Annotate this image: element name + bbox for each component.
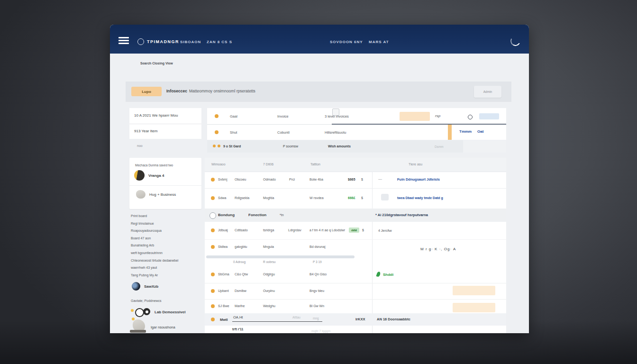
sidebar-link[interactable]: Chleoneoeost tirtude dedaewbei: [131, 258, 202, 263]
table-row[interactable]: Jdbuaj Cdtlsado tsridrga Ldrgrdav a f tm…: [205, 222, 506, 240]
loading-spinner-icon: [510, 35, 522, 47]
sidebar-quick-item-1[interactable]: 10 A 2021 We hpserr Mou: [129, 108, 201, 124]
cell: Gaal: [230, 114, 237, 118]
cell: Odmado: [263, 178, 276, 181]
profile-primary-label[interactable]: Vranga 4: [148, 173, 164, 178]
band-cell: P soomsw: [283, 145, 298, 148]
profile-secondary-label[interactable]: Hug + Business: [149, 192, 176, 197]
form-link[interactable]: OA.Ht: [233, 315, 243, 319]
footer-item-label: Igar nsoushona: [151, 325, 175, 329]
ghost-icon: [381, 194, 389, 200]
cell: SbGma: [218, 273, 229, 276]
row-action-link[interactable]: twea Dbad wady tmde Datd g: [397, 196, 443, 200]
gear-icon[interactable]: [468, 115, 473, 119]
column-header[interactable]: Wimoaoo: [211, 163, 226, 166]
band-cell: 9 o St Gard: [223, 145, 241, 148]
nav-item-2[interactable]: ZAN 8 CS S: [207, 40, 232, 44]
column-header[interactable]: Tattton: [310, 163, 320, 166]
orange-dot-icon: [213, 145, 216, 147]
dash-cell: —: [378, 177, 382, 181]
cell: Upbant: [218, 289, 229, 292]
table-row[interactable]: Svbmj Obcoeu Odmado Prci Bolw 4ba $665 $…: [205, 172, 506, 189]
sidebar-link-list: Print board Regi trinolainue Roapouyadou…: [131, 214, 202, 280]
sidebar-note: noo: [137, 144, 143, 147]
quick-band-row[interactable]: 9 o St Gard P soomsw Wish amounts Dsmm: [207, 140, 506, 153]
column-header[interactable]: Tlere asu: [409, 163, 422, 166]
table-row[interactable]: Sdwa Rdlgselda Mogfda W rsvdea 666£ $ tw…: [205, 188, 506, 209]
cell: Shut: [230, 130, 237, 135]
nav-item-right-2[interactable]: MARS AT: [369, 40, 389, 44]
cell: Marlhe: [235, 304, 245, 308]
cell: Sdwa: [218, 196, 227, 200]
nav-item-1[interactable]: SIBOAON: [180, 40, 201, 44]
orange-dot-icon: [211, 228, 215, 232]
mini-panel-button[interactable]: [479, 113, 499, 119]
cell: Odglrgu: [263, 273, 275, 276]
section-header-row[interactable]: Bondung Fonection *tn * Ai 210dgrstavouf…: [205, 209, 506, 222]
cell: SJ Bwe: [218, 304, 229, 308]
sidebar-link[interactable]: Regi trinolainue: [131, 221, 202, 226]
table-row-form[interactable]: Mwtl OA.Ht Atttau mng IrKXX AN 16 Doonsa…: [205, 313, 506, 326]
cell: Cdtlsado: [235, 228, 248, 232]
notice-banner: Lupo Infoseccec Matteommoy onsimnooml rp…: [126, 82, 511, 102]
highlighted-input[interactable]: [400, 112, 430, 121]
sidebar-link[interactable]: Roapouyadourcoqua: [131, 228, 202, 233]
sidebar-footer-item-2[interactable]: Igar nsoushona: [129, 318, 205, 333]
disc-inner-icon: [146, 310, 148, 313]
orange-dot-icon: [211, 289, 215, 293]
sidebar-link[interactable]: Board 47 aon: [131, 236, 202, 241]
currency-cell: $: [362, 228, 364, 232]
table-row[interactable]: SbGma C&o Qtw Odglrgu B4 Qn Giso Shddi: [205, 266, 506, 283]
mini-panel-link-2[interactable]: Oat: [477, 129, 483, 134]
orange-stripe: [448, 124, 452, 140]
faint-label: mng: [313, 317, 319, 320]
dark-separator-line: [332, 124, 506, 125]
search-label[interactable]: Search Closing View: [140, 62, 173, 65]
right-cell: AN 16 Doonsaabbtc: [377, 317, 410, 321]
hamburger-menu-icon[interactable]: [118, 37, 129, 46]
app-window: TPIMADNGR SIBOAON ZAN 8 CS S SOVDOON 6NY…: [110, 25, 529, 333]
main-table-card: Wimoaoo 7 Dtl06 Tattton Tlere asu Svbmj …: [205, 158, 506, 333]
mini-panel-link-1[interactable]: Tmmm: [459, 129, 472, 134]
section-title: Bondung: [218, 213, 235, 217]
nav-item-right-1[interactable]: SOVDOON 6NY: [330, 40, 363, 44]
business-icon: [136, 190, 146, 199]
quick-row-1[interactable]: Gaal Invoice 3 level invoices rsp: [207, 108, 448, 125]
highlighted-input[interactable]: [453, 303, 495, 312]
cell: B4 Qn Giso: [309, 273, 327, 276]
sidebar-link[interactable]: Print board: [131, 214, 202, 218]
faint-label: Atttau: [292, 316, 300, 319]
column-header[interactable]: 7 Dtl06: [263, 163, 273, 166]
cell: a f tm 4 rt ae q Ldodslwr: [309, 228, 345, 232]
form-underline: [232, 321, 322, 322]
orange-dot-icon: [211, 245, 215, 249]
section-title-2: Fonection: [248, 213, 266, 217]
sidebar-link[interactable]: Tang Pubng My Ar: [131, 273, 202, 278]
section-right-title: * Ai 210dgrstavouf hsrputvarna: [375, 213, 428, 217]
cell: Bolw 4ba: [309, 178, 323, 181]
sidebar-quick-item-2[interactable]: 913 Year Item: [129, 124, 201, 139]
orange-dot-icon: [211, 273, 215, 276]
panel-toggle-icon[interactable]: [332, 109, 339, 116]
highlighted-input[interactable]: [453, 286, 495, 295]
cell: Svbmj: [218, 178, 227, 181]
currency-cell: $: [361, 196, 363, 200]
sidebar-link[interactable]: waerrhwh 43 yaut: [131, 265, 202, 270]
card-divider: [129, 185, 201, 186]
amount-cell: $665: [348, 178, 355, 181]
banner-action-button[interactable]: Admin: [474, 86, 501, 98]
quick-row-2[interactable]: Shut Cobuntl Hillsrefttsuotu: [207, 125, 448, 140]
orange-dot-icon: [215, 114, 218, 118]
sub-label: 0 Adroug: [233, 260, 246, 264]
cell: Mngula: [263, 245, 274, 248]
row-action-link[interactable]: Fuin Ddnugsaurt Jdteisls: [397, 177, 440, 182]
sidebar-link[interactable]: Bunahieling Arb: [131, 243, 202, 248]
table-row[interactable]: Stdtea galvgbtu Mngula Bd dsrunaj M r g·…: [205, 239, 506, 255]
sidebar-footer-item-1[interactable]: Lab Demoessivel: [131, 308, 202, 318]
cell: Invoice: [277, 114, 289, 118]
sidebar-link[interactable]: weft bgountleoutrinnn: [131, 251, 202, 255]
yellow-dot-icon: [131, 309, 134, 312]
user-name[interactable]: SawXzb: [144, 284, 158, 289]
progress-bar[interactable]: [206, 255, 355, 258]
green-badge: tMM: [349, 228, 359, 233]
